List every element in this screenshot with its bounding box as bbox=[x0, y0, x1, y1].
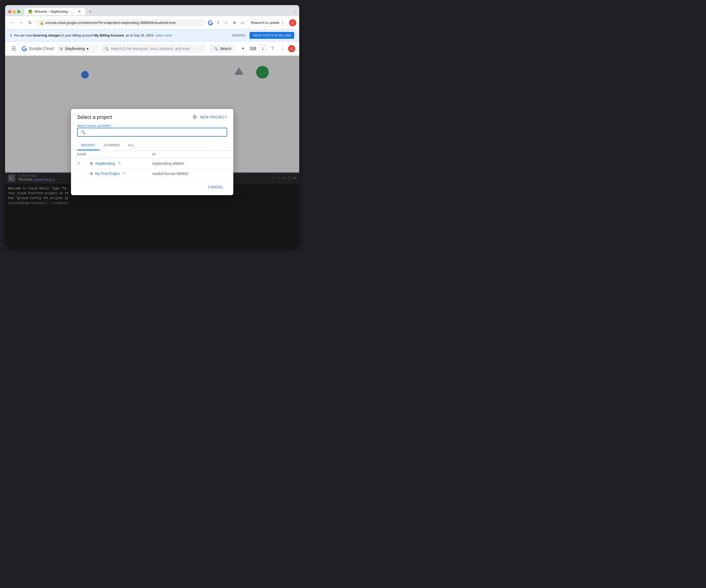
cloud-shell-button[interactable]: ⌨ bbox=[248, 44, 258, 53]
extensions-button[interactable]: ⊕ bbox=[231, 19, 238, 26]
new-tab-button[interactable]: + bbox=[87, 9, 93, 15]
forward-button[interactable]: → bbox=[17, 19, 24, 26]
star-icon[interactable]: ☆ bbox=[84, 171, 88, 176]
window-controls bbox=[8, 10, 20, 13]
gcp-toolbar-actions: ✦ ⌨ 1 ? ⋮ E bbox=[238, 44, 295, 53]
relaunch-button[interactable]: Relaunch to update ⋮ bbox=[247, 19, 288, 26]
org-icon: ⊕ bbox=[90, 171, 93, 176]
project-id-cell: staybooking-388800 bbox=[152, 161, 227, 166]
project-selector-button[interactable]: ⊞ StayBooking ▾ bbox=[57, 45, 97, 53]
chevron-down-icon[interactable]: ⌄ bbox=[293, 10, 296, 14]
dialog-title: Select a project bbox=[77, 114, 112, 120]
search-placeholder: Search (/) for resources, docs, products… bbox=[111, 47, 190, 51]
project-link[interactable]: My First Project bbox=[95, 172, 120, 176]
address-bar: ← → ↻ 🔒 console.cloud.google.com/welcome… bbox=[5, 16, 299, 30]
tab-starred[interactable]: STARRED bbox=[100, 141, 124, 150]
search-btn-icon: 🔍 bbox=[214, 47, 218, 51]
name-column-header: Name bbox=[77, 153, 152, 156]
dialog-search-container: Search projects and folders 🔍 bbox=[71, 124, 233, 141]
gcp-search-box[interactable]: 🔍 Search (/) for resources, docs, produc… bbox=[101, 45, 207, 53]
new-project-label: NEW PROJECT bbox=[200, 115, 227, 119]
search-button[interactable]: 🔍 Search bbox=[210, 45, 235, 53]
close-window-button[interactable] bbox=[8, 10, 11, 13]
profile-avatar[interactable]: E bbox=[289, 19, 296, 26]
table-header: Name ID bbox=[71, 151, 233, 158]
maximize-window-button[interactable] bbox=[17, 10, 20, 13]
notification-text: You are now incurring charges in your bi… bbox=[14, 34, 228, 37]
view-costs-button[interactable]: VIEW COSTS IN BILLING bbox=[249, 32, 294, 39]
search-btn-label: Search bbox=[220, 47, 231, 51]
cast-button[interactable]: ▭ bbox=[239, 19, 246, 26]
dialog-search-input[interactable] bbox=[88, 130, 224, 134]
reload-button[interactable]: ↻ bbox=[26, 19, 34, 26]
project-selector-chevron: ▾ bbox=[87, 47, 88, 51]
main-content: >_ CLOUD SHELL Terminal (staybooking-3..… bbox=[5, 56, 299, 248]
project-dialog: Select a project ⚙ NEW PROJECT Search pr… bbox=[71, 109, 233, 195]
minimize-window-button[interactable] bbox=[13, 10, 16, 13]
info-icon: ℹ bbox=[10, 33, 12, 38]
share-button[interactable]: ⇧ bbox=[214, 19, 222, 26]
bookmark-button[interactable]: ☆ bbox=[223, 19, 230, 26]
tab-recent[interactable]: RECENT bbox=[77, 141, 100, 150]
dismiss-button[interactable]: DISMISS bbox=[230, 33, 247, 38]
notification-badge[interactable]: 1 bbox=[259, 45, 267, 53]
settings-icon[interactable]: ⚙ bbox=[193, 114, 197, 120]
dialog-search-wrapper: 🔍 bbox=[77, 128, 227, 137]
gcp-profile-avatar[interactable]: E bbox=[288, 45, 295, 52]
dialog-search-icon: 🔍 bbox=[81, 130, 86, 135]
tab-all[interactable]: ALL bbox=[124, 141, 139, 150]
gcp-toolbar: ☰ Google Cloud ⊞ StayBooking ▾ 🔍 Search … bbox=[5, 42, 299, 56]
tab-close-icon[interactable]: ✕ bbox=[77, 10, 81, 14]
new-project-button[interactable]: NEW PROJECT bbox=[200, 115, 227, 119]
dialog-table: Name ID ✓ ☆ ⊕ StayBooking ? staybooking-… bbox=[71, 151, 233, 179]
table-row[interactable]: ✓ ☆ ⊕ My First Project ? vaulted-bonsai-… bbox=[71, 169, 233, 179]
url-text: console.cloud.google.com/welcome?hl=en&p… bbox=[45, 21, 175, 25]
learn-more-link[interactable]: Learn more bbox=[155, 34, 172, 37]
project-icon: ⊞ bbox=[60, 47, 63, 51]
table-row[interactable]: ✓ ☆ ⊕ StayBooking ? staybooking-388800 bbox=[71, 158, 233, 169]
hamburger-menu-button[interactable]: ☰ bbox=[9, 44, 18, 53]
star-icon[interactable]: ☆ bbox=[84, 161, 88, 166]
browser-actions: ⇧ ☆ ⊕ ▭ Relaunch to update ⋮ E bbox=[207, 19, 296, 26]
checkmark-icon: ✓ bbox=[77, 161, 82, 166]
relaunch-label: Relaunch to update bbox=[251, 21, 279, 25]
dialog-footer: CANCEL bbox=[71, 179, 233, 195]
org-icon: ⊕ bbox=[90, 161, 93, 166]
lock-icon: 🔒 bbox=[40, 21, 44, 25]
tab-favicon bbox=[28, 10, 33, 14]
google-cloud-icon bbox=[21, 46, 27, 52]
google-cloud-logo: Google Cloud bbox=[21, 46, 54, 52]
url-bar[interactable]: 🔒 console.cloud.google.com/welcome?hl=en… bbox=[36, 19, 205, 26]
more-options-button[interactable]: ⋮ bbox=[278, 44, 287, 53]
tab-bar: Welcome – StayBooking – Go... ✕ + ⌄ bbox=[5, 5, 299, 16]
active-tab[interactable]: Welcome – StayBooking – Go... ✕ bbox=[24, 8, 85, 15]
help-icon[interactable]: ? bbox=[117, 161, 122, 166]
cancel-button[interactable]: CANCEL bbox=[204, 183, 227, 191]
help-button[interactable]: ? bbox=[268, 44, 277, 53]
help-icon[interactable]: ? bbox=[122, 171, 126, 176]
ai-assistant-button[interactable]: ✦ bbox=[238, 44, 247, 53]
google-cloud-text: Google Cloud bbox=[29, 46, 54, 51]
project-name-cell: ✓ ☆ ⊕ My First Project ? bbox=[77, 171, 152, 176]
dialog-search-label: Search projects and folders bbox=[77, 124, 227, 127]
project-link[interactable]: StayBooking bbox=[95, 161, 115, 166]
modal-backdrop: Select a project ⚙ NEW PROJECT Search pr… bbox=[5, 56, 299, 248]
project-id-cell: vaulted-bonsai-388800 bbox=[152, 172, 227, 176]
dialog-header-actions: ⚙ NEW PROJECT bbox=[193, 114, 227, 120]
relaunch-menu-icon: ⋮ bbox=[281, 21, 284, 25]
project-name-cell: ✓ ☆ ⊕ StayBooking ? bbox=[77, 161, 152, 166]
back-button[interactable]: ← bbox=[8, 19, 15, 26]
notification-banner: ℹ You are now incurring charges in your … bbox=[5, 30, 299, 42]
dialog-tabs: RECENT STARRED ALL bbox=[71, 141, 233, 151]
project-selector-name: StayBooking bbox=[65, 47, 85, 51]
search-icon: 🔍 bbox=[105, 47, 109, 51]
google-icon bbox=[207, 20, 213, 26]
tab-title: Welcome – StayBooking – Go... bbox=[35, 10, 75, 13]
id-column-header: ID bbox=[152, 153, 227, 156]
dialog-header: Select a project ⚙ NEW PROJECT bbox=[71, 109, 233, 124]
